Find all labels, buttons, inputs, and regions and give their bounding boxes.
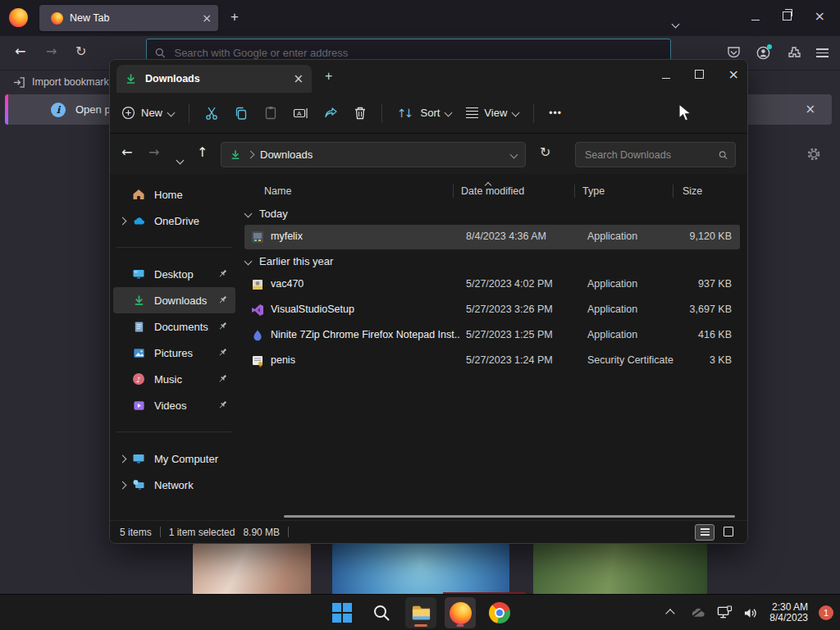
status-bar: 5 items 1 item selected 8.90 MB	[110, 520, 747, 543]
search-input[interactable]	[583, 148, 719, 162]
file-row-ninite[interactable]: Ninite 7Zip Chrome Firefox Notepad Inst.…	[244, 323, 740, 349]
search-box[interactable]	[575, 142, 736, 167]
taskbar-search-button[interactable]	[366, 597, 397, 628]
column-header-size[interactable]: Size	[682, 185, 702, 197]
explorer-tab-close-icon[interactable]: ×	[293, 73, 304, 85]
notification-count-badge[interactable]: 1	[819, 605, 833, 620]
file-row-penis[interactable]: penis 5/27/2023 1:24 PM Security Certifi…	[244, 349, 740, 374]
pictures-icon	[131, 347, 146, 359]
command-bar: New A ↑↓ Sort View •••	[110, 93, 747, 134]
firefox-restore-button[interactable]	[783, 9, 792, 24]
sidebar-item-downloads[interactable]: Downloads	[113, 287, 235, 313]
sidebar-item-my-computer[interactable]: My Computer	[113, 445, 235, 472]
firefox-minimize-button[interactable]	[751, 9, 760, 24]
column-header-date[interactable]: Date modified	[461, 185, 524, 197]
delete-icon[interactable]	[354, 106, 367, 121]
firefox-active-tab[interactable]: New Tab ×	[39, 5, 218, 31]
reload-button[interactable]: ↻	[75, 45, 86, 58]
start-button[interactable]	[326, 597, 358, 628]
page-thumbnail[interactable]	[332, 544, 509, 595]
column-header-name[interactable]: Name	[264, 185, 291, 197]
volume-icon[interactable]	[743, 606, 759, 620]
taskbar-clock[interactable]: 2:30 AM 8/4/2023	[769, 602, 808, 623]
sidebar-item-music[interactable]: ♪ Music	[113, 366, 235, 392]
breadcrumb[interactable]: Downloads	[221, 142, 526, 167]
refresh-button[interactable]: ↻	[540, 146, 550, 159]
network-ethernet-icon[interactable]	[717, 605, 733, 620]
details-view-toggle[interactable]	[695, 524, 714, 541]
page-thumbnail[interactable]	[533, 544, 707, 595]
large-icons-view-icon	[724, 527, 733, 536]
file-row-myfelix[interactable]: myfelix 8/4/2023 4:36 AM Application 9,1…	[244, 225, 740, 249]
rename-icon[interactable]: A	[293, 106, 308, 121]
more-options-button[interactable]: •••	[549, 107, 562, 119]
list-tabs-icon[interactable]	[673, 16, 678, 30]
url-input[interactable]	[172, 46, 662, 60]
address-bar: ← → ↑ Downloads ↻	[110, 135, 747, 174]
onedrive-offline-icon[interactable]	[689, 606, 706, 619]
settings-gear-icon[interactable]	[806, 147, 821, 162]
sidebar-item-desktop[interactable]: Desktop	[113, 261, 235, 287]
file-row-visualstudiosetup[interactable]: VisualStudioSetup 5/27/2023 3:26 PM Appl…	[244, 298, 740, 323]
large-icons-view-toggle[interactable]	[719, 524, 737, 539]
sidebar-item-pictures[interactable]: Pictures	[113, 340, 235, 366]
explorer-minimize-button[interactable]	[662, 67, 670, 82]
sort-button[interactable]: ↑↓ Sort	[397, 107, 451, 120]
file-row-vac470[interactable]: vac470 5/27/2023 4:02 PM Application 937…	[244, 272, 740, 298]
page-thumbnail[interactable]	[193, 544, 311, 595]
horizontal-scrollbar[interactable]	[284, 515, 735, 518]
forward-button[interactable]: →	[46, 45, 57, 58]
tab-close-icon[interactable]: ×	[202, 12, 212, 24]
firefox-close-button[interactable]: ×	[815, 10, 825, 23]
explorer-close-button[interactable]: ×	[728, 68, 739, 81]
new-button[interactable]: New	[121, 106, 174, 120]
sidebar-item-home[interactable]: Home	[113, 181, 235, 208]
column-header-type[interactable]: Type	[582, 185, 605, 197]
expand-chevron-icon[interactable]	[118, 454, 126, 463]
selection-size: 8.90 MB	[243, 527, 280, 538]
infobar-close-icon[interactable]: ×	[805, 103, 815, 116]
copy-icon[interactable]	[234, 106, 249, 121]
expand-chevron-icon[interactable]	[118, 217, 126, 225]
explorer-maximize-button[interactable]	[695, 67, 704, 82]
expand-chevron-icon[interactable]	[118, 481, 126, 489]
nav-up-button[interactable]: ↑	[197, 146, 208, 159]
item-count: 5 items	[120, 527, 152, 538]
taskbar-file-explorer-button[interactable]	[405, 597, 436, 628]
explorer-new-tab-button[interactable]: +	[325, 69, 332, 84]
taskbar-firefox-button[interactable]	[445, 597, 476, 628]
paste-icon[interactable]	[263, 106, 278, 121]
extensions-puzzle-icon[interactable]	[788, 47, 801, 60]
nav-recent-chevron[interactable]	[177, 152, 183, 167]
share-icon[interactable]	[323, 106, 339, 121]
svg-text:A: A	[297, 109, 302, 116]
group-header-earlier[interactable]: Earlier this year	[240, 249, 745, 272]
taskbar-chrome-button[interactable]	[484, 597, 515, 628]
nav-forward-button[interactable]: →	[148, 146, 159, 159]
sidebar-item-onedrive[interactable]: OneDrive	[113, 208, 235, 234]
file-date: 5/27/2023 3:26 PM	[466, 304, 553, 315]
explorer-tab-downloads[interactable]: Downloads ×	[116, 65, 312, 93]
address-dropdown-chevron[interactable]	[510, 151, 518, 159]
file-type: Application	[587, 231, 637, 242]
menu-hamburger-icon[interactable]	[816, 48, 829, 57]
new-tab-button[interactable]: +	[231, 9, 239, 25]
account-icon[interactable]	[756, 46, 770, 63]
file-type: Application	[587, 329, 637, 340]
breadcrumb-location[interactable]: Downloads	[260, 148, 313, 161]
pocket-icon[interactable]	[727, 47, 741, 59]
firefox-logo-icon	[9, 8, 28, 27]
sidebar-item-network[interactable]: Network	[113, 472, 235, 498]
group-header-today[interactable]: Today	[240, 203, 745, 225]
back-button[interactable]: ←	[15, 45, 25, 58]
sidebar-item-documents[interactable]: Documents	[113, 313, 235, 340]
home-icon	[131, 188, 146, 201]
nav-back-button[interactable]: ←	[121, 146, 132, 159]
sidebar-item-videos[interactable]: Videos	[113, 392, 235, 418]
view-button[interactable]: View	[466, 107, 518, 119]
onedrive-cloud-icon	[131, 214, 146, 228]
cut-icon[interactable]	[204, 106, 219, 121]
tray-hidden-icons-chevron[interactable]	[667, 605, 673, 620]
import-bookmarks-button[interactable]: Import bookmarks	[32, 76, 114, 88]
file-name: myfelix	[271, 231, 303, 242]
